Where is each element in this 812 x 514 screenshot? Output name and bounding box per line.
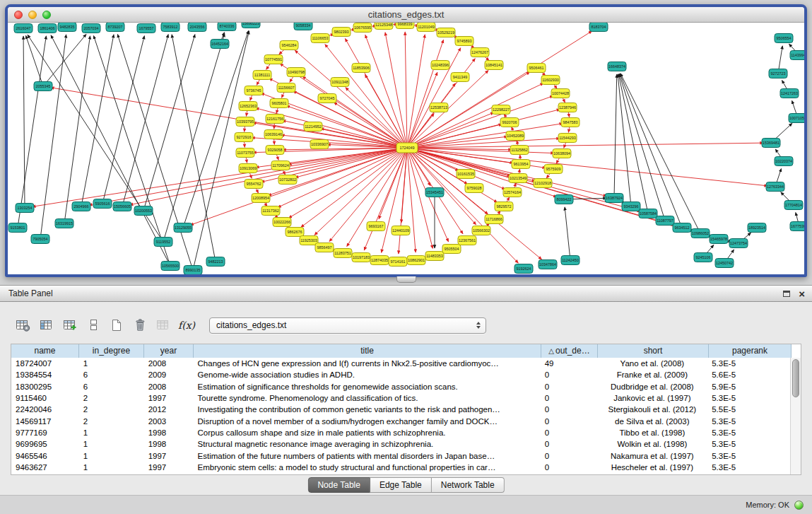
import-table-button[interactable] xyxy=(154,316,172,334)
graph-edge-black[interactable] xyxy=(144,35,195,209)
graph-node-yellow[interactable]: 9546284 xyxy=(280,41,298,50)
graph-node-yellow[interactable]: 9968339 xyxy=(396,23,414,29)
graph-node-yellow[interactable]: 9329058 xyxy=(266,146,284,155)
graph-node-teal[interactable]: 2055345 xyxy=(34,82,52,91)
graph-node-teal[interactable]: 10071056 xyxy=(789,114,804,123)
graph-node-teal[interactable]: 1303254 xyxy=(16,204,34,213)
graph-node-teal[interactable]: 9153801 xyxy=(8,223,27,233)
graph-node-yellow[interactable]: 11325862 xyxy=(510,146,529,155)
graph-node-teal[interactable]: 15345451 xyxy=(425,188,444,197)
graph-node-yellow[interactable]: 11106653 xyxy=(311,34,329,43)
column-header-name[interactable]: name xyxy=(11,344,79,358)
graph-node-yellow[interactable]: 10862901 xyxy=(407,256,425,265)
graph-node-teal[interactable]: 11242450 xyxy=(561,256,579,265)
graph-node-teal[interactable]: 16775368 xyxy=(790,222,804,231)
table-row[interactable]: 946554611997Estimation of the future num… xyxy=(11,450,790,461)
graph-node-teal[interactable]: 1679557 xyxy=(137,24,155,33)
table-row[interactable]: 911546021997Tourette syndrome. Phenomeno… xyxy=(11,392,790,404)
graph-node-yellow[interactable]: 10336907 xyxy=(310,140,329,149)
graph-node-yellow[interactable]: 11073755 xyxy=(236,148,254,158)
graph-edge-red[interactable] xyxy=(408,40,443,145)
graph-node-yellow[interactable]: 9920706 xyxy=(500,118,519,127)
table-row[interactable]: 946362711997Embryonic stem cells: a mode… xyxy=(11,462,790,473)
graph-node-teal[interactable]: 8990135 xyxy=(184,266,202,275)
network-selector[interactable]: citations_edges.txt xyxy=(209,317,486,334)
graph-edge-red[interactable] xyxy=(365,75,406,146)
graph-node-teal[interactable]: 2904966 xyxy=(72,202,90,211)
graph-node-teal[interactable]: 13129055 xyxy=(174,223,192,233)
graph-node-yellow[interactable]: 10529219 xyxy=(437,28,455,37)
graph-node-teal[interactable]: 17704814 xyxy=(784,201,803,210)
graph-node-teal[interactable]: 8183704 xyxy=(589,23,608,32)
graph-edge-black[interactable] xyxy=(618,74,647,211)
graph-edge-black[interactable] xyxy=(565,207,570,257)
graph-node-teal[interactable]: 15690223 xyxy=(242,23,260,28)
graph-edge-black[interactable] xyxy=(184,30,248,225)
graph-node-teal[interactable]: 15465978 xyxy=(710,235,728,244)
function-builder-button[interactable]: f(x) xyxy=(177,316,196,334)
graph-edge-red[interactable] xyxy=(409,71,488,146)
graph-edge-red[interactable] xyxy=(405,32,407,145)
graph-node-teal[interactable]: 8740336 xyxy=(218,23,236,31)
graph-node-teal[interactable]: 9343296 xyxy=(622,202,640,211)
graph-node-yellow[interactable]: 10213549 xyxy=(509,174,527,183)
graph-node-yellow[interactable]: 9745893 xyxy=(455,37,473,46)
graph-node-yellow[interactable]: 12102918 xyxy=(534,179,552,188)
graph-node-yellow[interactable]: 12161756 xyxy=(266,115,284,124)
graph-node-teal[interactable]: 15056605 xyxy=(113,202,131,211)
graph-node-teal[interactable]: 12417263 xyxy=(780,89,799,98)
graph-node-yellow[interactable]: 10911348 xyxy=(331,78,349,87)
graph-node-yellow[interactable]: 10566302 xyxy=(472,226,490,235)
graph-edge-black[interactable] xyxy=(51,35,169,264)
graph-node-teal[interactable]: 10587584 xyxy=(639,209,657,218)
graph-node-teal[interactable]: 15369481 xyxy=(762,139,780,148)
graph-edge-red[interactable] xyxy=(401,151,407,223)
graph-node-yellow[interactable]: 9847583 xyxy=(561,118,579,127)
network-window-titlebar[interactable]: citations_edges.txt xyxy=(8,7,804,23)
graph-edge-black[interactable] xyxy=(618,74,630,204)
graph-node-yellow[interactable]: 9605801 xyxy=(270,99,288,108)
graph-node-yellow[interactable]: 12125348 xyxy=(375,23,393,30)
graph-edge-black[interactable] xyxy=(614,74,617,195)
graph-node-yellow[interactable]: 10845141 xyxy=(485,61,503,70)
graph-node-yellow[interactable]: 12440109 xyxy=(392,226,410,235)
graph-node-yellow[interactable]: 10676595 xyxy=(353,23,372,33)
graph-edge-black[interactable] xyxy=(65,36,90,221)
graph-node-teal[interactable]: 16387924 xyxy=(605,194,623,203)
graph-node-yellow[interactable]: 9613954 xyxy=(512,160,530,169)
graph-node-teal[interactable]: 9634512 xyxy=(673,223,691,233)
graph-edge-red[interactable] xyxy=(365,35,406,145)
graph-node-yellow[interactable]: 11483353 xyxy=(425,252,444,261)
graph-node-teal[interactable]: 16648374 xyxy=(608,62,626,71)
graph-node-yellow[interactable]: 10161535 xyxy=(457,170,475,179)
graph-node-yellow[interactable]: 11853906 xyxy=(352,64,370,73)
table-row[interactable]: 1872400712008Changes of HCN gene express… xyxy=(11,358,790,369)
graph-node-yellow[interactable]: 12367561 xyxy=(458,236,476,245)
graph-node-yellow[interactable]: 10913069 xyxy=(239,164,257,173)
float-panel-icon[interactable] xyxy=(783,291,790,297)
graph-node-teal[interactable]: 9119552 xyxy=(154,238,172,247)
graph-edge-black[interactable] xyxy=(26,35,42,83)
minimize-window-icon[interactable] xyxy=(28,11,37,19)
graph-node-yellow[interactable]: 12298227 xyxy=(492,105,510,115)
graph-node-teal[interactable]: 9272723 xyxy=(769,69,787,78)
graph-node-yellow[interactable]: 9506461 xyxy=(527,64,546,73)
graph-node-teal[interactable]: 10347864 xyxy=(539,260,557,269)
table-row[interactable]: 969969511998Structural magnetic resonanc… xyxy=(11,438,790,450)
graph-edge-black[interactable] xyxy=(93,35,169,263)
graph-node-teal[interactable]: 1861406 xyxy=(38,24,57,33)
graph-node-yellow[interactable]: 10393795 xyxy=(236,117,254,127)
graph-node-yellow[interactable]: 10639146 xyxy=(264,130,283,139)
graph-node-yellow[interactable]: 9714161 xyxy=(389,257,407,267)
graph-node-yellow[interactable]: 10248396 xyxy=(431,61,449,70)
delete-columns-button[interactable] xyxy=(131,316,149,334)
graph-node-yellow[interactable]: 11716866 xyxy=(485,215,503,224)
graph-node-yellow[interactable]: 11317362 xyxy=(261,206,280,216)
graph-node-yellow[interactable]: 12874035 xyxy=(370,256,389,265)
zoom-window-icon[interactable] xyxy=(42,11,51,19)
column-header-title[interactable]: title xyxy=(194,344,541,358)
graph-node-teal[interactable]: 11087797 xyxy=(656,216,674,226)
table-options-button[interactable] xyxy=(14,316,33,334)
graph-node-yellow[interactable]: 12538713 xyxy=(430,103,448,112)
graph-node-yellow[interactable]: 12652363 xyxy=(239,102,257,111)
